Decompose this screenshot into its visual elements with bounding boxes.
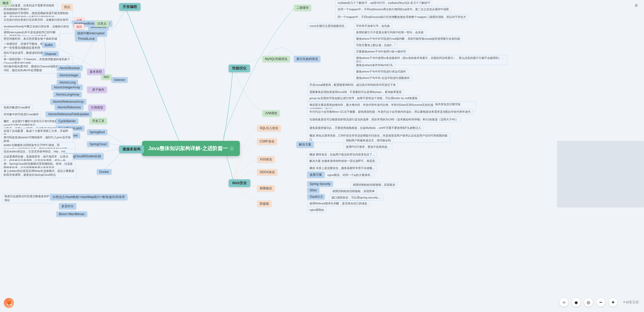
node-xss[interactable]: XSS攻击: [257, 156, 275, 163]
node-idx5: 尽量避免where子句中使用!=或<>操作符: [354, 49, 408, 55]
node-cache2[interactable]: 二级缓存: [294, 5, 311, 11]
node-fanhui: 返回: [74, 24, 84, 30]
node-kaifa[interactable]: 开发编程: [119, 3, 141, 11]
node-gaoshu-label[interactable]: 概述: [0, 0, 11, 6]
node-sc-note3: 基上dubbo协议底层采用Netty长连接模式，适合少量数据的高并发调用，速度会…: [1, 168, 77, 178]
node-fanglian-desc2: nginx限制ip: [307, 207, 326, 213]
node-shiro-desc: 权限控制粒粒控权较粗，实现简单: [330, 188, 377, 194]
node-cache-desc1: myBatis的几个了解技巧，sql语句打印，myBatis到mySQL有几个了…: [335, 0, 432, 6]
node-jvm[interactable]: JVM调优: [262, 110, 280, 117]
node-xss-sol: 解决方案 在服务请求的时候加一层过滤即可，将恶意...: [307, 158, 380, 164]
node-cyclic[interactable]: CyclicBarrier: [56, 118, 78, 124]
node-ddos-desc: 概述 本质上是流量攻击，服务器都常常受不住就颤...: [307, 165, 377, 171]
node-bl-multisort[interactable]: 多层对分: [59, 203, 76, 210]
toolbar-bottom-right: ⊹ ◉ ◎ − + ✦创客互联: [559, 298, 639, 307]
node-ref-types: 引用类型: [88, 105, 106, 111]
node-atomicintarray[interactable]: AtomicIntegerArray: [51, 85, 83, 90]
node-idx9: 避免where子句中对-左边字段进行函数操作: [354, 75, 412, 81]
mindmap-container: Java整体知识架构详解-之进阶篇一 □ 开发编程 线程知识点 提高响应速度，任…: [0, 0, 644, 312]
node-cache-desc2: 在同一个mapper中，不同sqlSession再次执行相同的sql语句，第二次…: [335, 6, 451, 12]
node-idx4: 字段尽量加上默认值，比如0，'': [354, 42, 398, 48]
node-csrf[interactable]: CSRF攻击: [257, 138, 277, 145]
node-sql-inject-desc: 避免直接拼接SQL，尽量使用成熟框架，比如MyBatis，xml中尽量不要使用$…: [307, 125, 423, 131]
node-csrf-sol2: 使用POST请求，更加不容易伪造。: [344, 144, 392, 150]
node-springboot[interactable]: SpringBoot: [87, 129, 107, 135]
node-atomiclongarray[interactable]: AtomicLongArray: [53, 92, 82, 97]
node-csrf-sol1: 强制用户和服务器交互，填写验证码: [344, 138, 393, 143]
location-tool-btn[interactable]: ◎: [584, 298, 593, 307]
node-idx2: 使用的索引引不是复合索引列表中的第一部分，会失效: [354, 29, 426, 35]
node-jvm3: 垃圾收集器也可以根据实际情况进行适当的选择，现在常用的为CMS（追求最短时间停顿…: [307, 117, 461, 122]
brand-label: ✦创客互联: [623, 300, 639, 305]
node-bl-log: 每差日志提取访问百度次数最多的IP地址: [2, 193, 53, 203]
node-oauth2-desc: 接口授权协议，可以用spring-security-...: [329, 195, 383, 201]
node-atomicref[interactable]: AtomicReference: [55, 105, 83, 110]
node-spring-security-desc: 权限控制粒粒控权较细，实现复杂: [351, 182, 398, 188]
node-atomicreffieldupd[interactable]: AtomicReferenceFieldUpdater: [46, 111, 92, 117]
node-ddos[interactable]: DDOS攻击: [257, 169, 277, 175]
avatar-icon: 🦊: [6, 300, 12, 306]
node-atomicinteger[interactable]: AtomicInteger: [57, 72, 81, 78]
node-csrf-solution[interactable]: 解决方案: [296, 141, 314, 148]
node-shutdown-note1: 正在执行的任务执行完后再关闭，没被执行的任务列: [1, 17, 71, 23]
node-web-security[interactable]: Web安全: [229, 179, 250, 187]
node-microservices[interactable]: 微服务架构: [119, 145, 144, 153]
node-atomicboolean[interactable]: AtomicBoolean: [57, 65, 83, 71]
node-xss-desc: 概述 脚本攻击，比如用户提交的评论内容里包含了...: [307, 152, 377, 158]
node-ddos-sol-label: 改善方案: [307, 172, 325, 178]
zoom-in-btn[interactable]: +: [608, 298, 618, 307]
node-buffer[interactable]: Buffer: [42, 42, 56, 48]
node-zhujidian[interactable]: 注意点: [95, 20, 109, 27]
node-bl-method[interactable]: 分而治之/Hash映射+HashMap统计+堆/快速/归并排序: [50, 194, 127, 200]
node-threadlocal[interactable]: ThreadLocal: [75, 36, 97, 41]
eye-tool-btn[interactable]: ◉: [572, 298, 581, 307]
node-idx1: 字符串不加单引号，会失效: [354, 23, 392, 29]
expand-icon[interactable]: □: [230, 146, 234, 151]
node-fanglian-desc1: 使用Refered请求头判断，是否来自自己的域名: [307, 201, 370, 206]
blur-overlay: [557, 141, 644, 207]
node-shiro[interactable]: Shiro: [307, 188, 319, 193]
node-bl-bloom[interactable]: Bloom filter/Bitman: [56, 211, 87, 217]
node-jvm2: 年代代过小会导致Minor GC过于频繁，影响系统性能；年老代过小会导致内存溢出…: [307, 109, 473, 115]
node-dev-tools[interactable]: 开发工具: [90, 118, 107, 124]
node-fanglian[interactable]: 防盗链: [257, 201, 272, 207]
node-sql-inject[interactable]: SQL注入攻击: [257, 125, 281, 131]
center-node[interactable]: Java整体知识架构详解-之进阶篇一 □: [142, 141, 240, 156]
node-count-note: count主键注注是性能最优先: [307, 23, 347, 29]
node-docker[interactable]: Docker: [97, 169, 112, 175]
node-mysql-slow: 开启mysql慢查询，配置慢查询时间，超过执行时间的语句写进记下来: [307, 82, 398, 88]
node-idx3: 避免where子句中对字段进行null值判断，否则可能导致mysql放弃使用索引…: [354, 36, 462, 42]
node-jvm1: 堆设置主要设置初始堆内存，最大堆内存，年轻代和年老代比例，年轻代Eden区和Su…: [307, 102, 436, 108]
node-idx7: 避免在where条件作like%打头: [354, 62, 395, 68]
node-atomicrefarray[interactable]: AtomicReferenceArray: [50, 99, 86, 105]
node-cas-note2: 对对象中的字段进行cas操作: [1, 111, 41, 117]
node-auth[interactable]: 权限验证: [257, 185, 275, 192]
node-perf-opt[interactable]: 性能优化: [229, 65, 250, 72]
node-mysql-innodb: 需要事务处理的表使用innoDB，不需要的可以使用Mylsam，查询效率更高: [307, 89, 404, 95]
center-label: Java整体知识架构详解-之进阶篇一: [148, 145, 228, 152]
node-index-fail[interactable]: 索引失效的情况: [294, 56, 320, 62]
node-basic-types: 基本类型: [87, 69, 104, 75]
node-buffer-desc: 一块缓存区，存储字节数组，维护一些变量实现数据反复利用: [1, 41, 47, 51]
node-ddos-sol: nginx限流，对同一个ip的大量请求...: [325, 172, 375, 178]
node-springcloud[interactable]: SpringCloud: [87, 141, 109, 147]
zoom-out-btn[interactable]: −: [596, 298, 605, 307]
node-spring-security[interactable]: Spring Security: [307, 181, 333, 187]
node-mysql-groupby: group by后面的字段会默认进行排序，如果不想有这个排烦，可以用order …: [307, 95, 420, 101]
node-mysql-opt[interactable]: MySQL性能优化: [262, 56, 290, 62]
node-atomic-ops: 原子操作: [90, 87, 107, 93]
node-idx8: 避免where子句中对字段进行表达式操作: [354, 69, 408, 75]
node-oauth2[interactable]: Oauth2.0: [307, 194, 325, 200]
node-youdianjian: 优点: [61, 4, 73, 10]
node-channel[interactable]: Channel: [42, 51, 59, 57]
node-cas-note1: 包装对象进行cas操作: [1, 105, 33, 110]
cursor-tool-btn[interactable]: ⊹: [559, 298, 568, 307]
node-nio-label[interactable]: NIO: [101, 74, 112, 80]
settings-icon[interactable]: ≡: [635, 3, 638, 8]
user-avatar[interactable]: 🦊: [4, 298, 14, 308]
node-selector[interactable]: Selector: [111, 77, 128, 83]
node-cache-desc3: 同一个mapper中，不同sqlSession执行任何增删改都会导致整个mapp…: [335, 14, 468, 20]
